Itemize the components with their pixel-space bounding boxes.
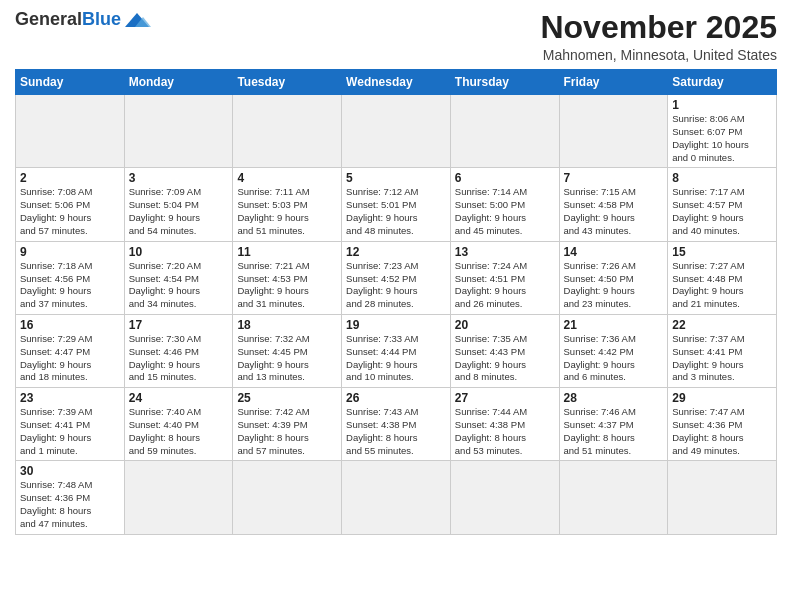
day-info: Sunrise: 7:30 AM Sunset: 4:46 PM Dayligh… <box>129 333 229 384</box>
calendar-cell: 2Sunrise: 7:08 AM Sunset: 5:06 PM Daylig… <box>16 168 125 241</box>
day-info: Sunrise: 7:26 AM Sunset: 4:50 PM Dayligh… <box>564 260 664 311</box>
calendar-cell: 14Sunrise: 7:26 AM Sunset: 4:50 PM Dayli… <box>559 241 668 314</box>
header-tuesday: Tuesday <box>233 70 342 95</box>
calendar-cell: 13Sunrise: 7:24 AM Sunset: 4:51 PM Dayli… <box>450 241 559 314</box>
calendar-cell: 10Sunrise: 7:20 AM Sunset: 4:54 PM Dayli… <box>124 241 233 314</box>
logo-blue: Blue <box>82 9 121 29</box>
day-number: 18 <box>237 318 337 332</box>
day-number: 1 <box>672 98 772 112</box>
day-info: Sunrise: 7:09 AM Sunset: 5:04 PM Dayligh… <box>129 186 229 237</box>
header-wednesday: Wednesday <box>342 70 451 95</box>
day-info: Sunrise: 7:29 AM Sunset: 4:47 PM Dayligh… <box>20 333 120 384</box>
day-info: Sunrise: 7:18 AM Sunset: 4:56 PM Dayligh… <box>20 260 120 311</box>
calendar-cell: 24Sunrise: 7:40 AM Sunset: 4:40 PM Dayli… <box>124 388 233 461</box>
day-number: 25 <box>237 391 337 405</box>
day-info: Sunrise: 7:23 AM Sunset: 4:52 PM Dayligh… <box>346 260 446 311</box>
calendar-cell <box>559 461 668 534</box>
calendar-table: Sunday Monday Tuesday Wednesday Thursday… <box>15 69 777 535</box>
calendar-cell <box>342 461 451 534</box>
day-number: 28 <box>564 391 664 405</box>
week-row-5: 30Sunrise: 7:48 AM Sunset: 4:36 PM Dayli… <box>16 461 777 534</box>
logo-icon <box>123 11 151 29</box>
calendar-title: November 2025 <box>540 10 777 45</box>
day-number: 11 <box>237 245 337 259</box>
week-row-3: 16Sunrise: 7:29 AM Sunset: 4:47 PM Dayli… <box>16 314 777 387</box>
calendar-cell: 17Sunrise: 7:30 AM Sunset: 4:46 PM Dayli… <box>124 314 233 387</box>
calendar-cell: 19Sunrise: 7:33 AM Sunset: 4:44 PM Dayli… <box>342 314 451 387</box>
day-number: 6 <box>455 171 555 185</box>
day-number: 27 <box>455 391 555 405</box>
day-number: 29 <box>672 391 772 405</box>
calendar-cell: 30Sunrise: 7:48 AM Sunset: 4:36 PM Dayli… <box>16 461 125 534</box>
calendar-cell <box>450 461 559 534</box>
calendar-cell: 6Sunrise: 7:14 AM Sunset: 5:00 PM Daylig… <box>450 168 559 241</box>
calendar-cell <box>450 95 559 168</box>
day-number: 21 <box>564 318 664 332</box>
day-number: 9 <box>20 245 120 259</box>
day-info: Sunrise: 7:40 AM Sunset: 4:40 PM Dayligh… <box>129 406 229 457</box>
title-area: November 2025 Mahnomen, Minnesota, Unite… <box>540 10 777 63</box>
day-number: 23 <box>20 391 120 405</box>
day-number: 15 <box>672 245 772 259</box>
day-info: Sunrise: 7:15 AM Sunset: 4:58 PM Dayligh… <box>564 186 664 237</box>
day-info: Sunrise: 7:43 AM Sunset: 4:38 PM Dayligh… <box>346 406 446 457</box>
day-number: 22 <box>672 318 772 332</box>
calendar-cell <box>233 461 342 534</box>
day-number: 14 <box>564 245 664 259</box>
calendar-cell: 4Sunrise: 7:11 AM Sunset: 5:03 PM Daylig… <box>233 168 342 241</box>
calendar-cell: 22Sunrise: 7:37 AM Sunset: 4:41 PM Dayli… <box>668 314 777 387</box>
day-info: Sunrise: 7:33 AM Sunset: 4:44 PM Dayligh… <box>346 333 446 384</box>
day-number: 30 <box>20 464 120 478</box>
day-info: Sunrise: 7:36 AM Sunset: 4:42 PM Dayligh… <box>564 333 664 384</box>
page: GeneralBlue November 2025 Mahnomen, Minn… <box>0 0 792 612</box>
day-info: Sunrise: 7:14 AM Sunset: 5:00 PM Dayligh… <box>455 186 555 237</box>
day-number: 16 <box>20 318 120 332</box>
calendar-cell: 1Sunrise: 8:06 AM Sunset: 6:07 PM Daylig… <box>668 95 777 168</box>
calendar-cell <box>233 95 342 168</box>
day-info: Sunrise: 7:24 AM Sunset: 4:51 PM Dayligh… <box>455 260 555 311</box>
week-row-2: 9Sunrise: 7:18 AM Sunset: 4:56 PM Daylig… <box>16 241 777 314</box>
day-number: 7 <box>564 171 664 185</box>
week-row-1: 2Sunrise: 7:08 AM Sunset: 5:06 PM Daylig… <box>16 168 777 241</box>
calendar-cell <box>342 95 451 168</box>
calendar-cell: 27Sunrise: 7:44 AM Sunset: 4:38 PM Dayli… <box>450 388 559 461</box>
calendar-cell: 15Sunrise: 7:27 AM Sunset: 4:48 PM Dayli… <box>668 241 777 314</box>
day-info: Sunrise: 7:17 AM Sunset: 4:57 PM Dayligh… <box>672 186 772 237</box>
header-saturday: Saturday <box>668 70 777 95</box>
day-number: 24 <box>129 391 229 405</box>
logo-text: GeneralBlue <box>15 10 121 30</box>
day-info: Sunrise: 7:37 AM Sunset: 4:41 PM Dayligh… <box>672 333 772 384</box>
header-sunday: Sunday <box>16 70 125 95</box>
calendar-cell: 12Sunrise: 7:23 AM Sunset: 4:52 PM Dayli… <box>342 241 451 314</box>
day-number: 5 <box>346 171 446 185</box>
day-info: Sunrise: 7:21 AM Sunset: 4:53 PM Dayligh… <box>237 260 337 311</box>
day-number: 13 <box>455 245 555 259</box>
calendar-cell: 3Sunrise: 7:09 AM Sunset: 5:04 PM Daylig… <box>124 168 233 241</box>
calendar-cell: 25Sunrise: 7:42 AM Sunset: 4:39 PM Dayli… <box>233 388 342 461</box>
calendar-cell <box>668 461 777 534</box>
day-info: Sunrise: 7:35 AM Sunset: 4:43 PM Dayligh… <box>455 333 555 384</box>
calendar-cell: 5Sunrise: 7:12 AM Sunset: 5:01 PM Daylig… <box>342 168 451 241</box>
day-number: 12 <box>346 245 446 259</box>
day-info: Sunrise: 7:44 AM Sunset: 4:38 PM Dayligh… <box>455 406 555 457</box>
calendar-cell: 16Sunrise: 7:29 AM Sunset: 4:47 PM Dayli… <box>16 314 125 387</box>
day-number: 10 <box>129 245 229 259</box>
day-info: Sunrise: 7:20 AM Sunset: 4:54 PM Dayligh… <box>129 260 229 311</box>
logo-general: General <box>15 9 82 29</box>
day-info: Sunrise: 7:12 AM Sunset: 5:01 PM Dayligh… <box>346 186 446 237</box>
day-info: Sunrise: 7:46 AM Sunset: 4:37 PM Dayligh… <box>564 406 664 457</box>
calendar-cell: 29Sunrise: 7:47 AM Sunset: 4:36 PM Dayli… <box>668 388 777 461</box>
calendar-cell: 28Sunrise: 7:46 AM Sunset: 4:37 PM Dayli… <box>559 388 668 461</box>
calendar-cell: 8Sunrise: 7:17 AM Sunset: 4:57 PM Daylig… <box>668 168 777 241</box>
day-number: 8 <box>672 171 772 185</box>
day-number: 2 <box>20 171 120 185</box>
day-number: 17 <box>129 318 229 332</box>
day-number: 3 <box>129 171 229 185</box>
calendar-cell: 9Sunrise: 7:18 AM Sunset: 4:56 PM Daylig… <box>16 241 125 314</box>
calendar-cell: 20Sunrise: 7:35 AM Sunset: 4:43 PM Dayli… <box>450 314 559 387</box>
calendar-cell: 18Sunrise: 7:32 AM Sunset: 4:45 PM Dayli… <box>233 314 342 387</box>
header: GeneralBlue November 2025 Mahnomen, Minn… <box>15 10 777 63</box>
calendar-subtitle: Mahnomen, Minnesota, United States <box>540 47 777 63</box>
calendar-cell: 26Sunrise: 7:43 AM Sunset: 4:38 PM Dayli… <box>342 388 451 461</box>
day-info: Sunrise: 7:39 AM Sunset: 4:41 PM Dayligh… <box>20 406 120 457</box>
